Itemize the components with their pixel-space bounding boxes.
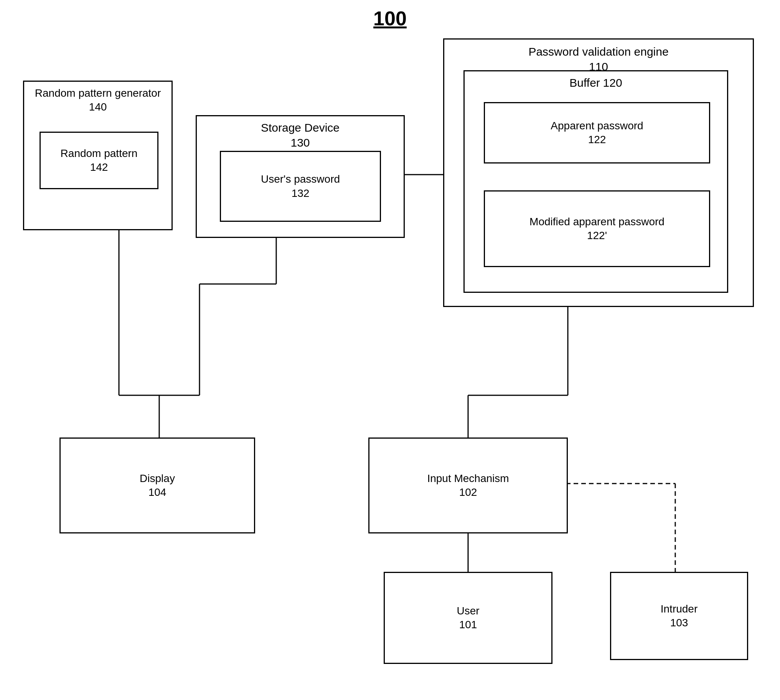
pve-label: Password validation engine (528, 45, 669, 58)
up-label: User's password (261, 172, 340, 186)
diagram: 100 Password validation engine 110 (0, 0, 780, 700)
im-label: Input Mechanism (427, 472, 509, 485)
buffer-label: Buffer (569, 77, 600, 89)
rp-number: 142 (90, 160, 108, 174)
ap-label: Apparent password (550, 119, 643, 133)
rpg-number: 140 (89, 101, 107, 113)
random-pattern-box: Random pattern 142 (40, 132, 158, 189)
storage-device-box: Storage Device 130 User's password 132 (196, 115, 405, 238)
diagram-title: 100 (373, 7, 407, 30)
password-validation-engine-box: Password validation engine 110 Buffer 12… (443, 38, 754, 307)
modified-apparent-password-box: Modified apparent password 122' (484, 190, 710, 267)
display-box: Display 104 (60, 438, 255, 533)
intruder-label: Intruder (661, 602, 698, 616)
users-password-box: User's password 132 (220, 151, 381, 222)
random-pattern-generator-box: Random pattern generator 140 Random patt… (23, 81, 173, 230)
input-mechanism-box: Input Mechanism 102 (368, 438, 568, 533)
display-label: Display (140, 472, 175, 485)
buffer-box: Buffer 120 Apparent password 122 Modifie… (464, 70, 728, 293)
ap-number: 122 (588, 133, 606, 147)
intruder-box: Intruder 103 (610, 572, 748, 660)
apparent-password-box: Apparent password 122 (484, 102, 710, 163)
sd-number: 130 (291, 136, 309, 149)
rp-label: Random pattern (61, 147, 138, 160)
map-number: 122' (587, 229, 607, 243)
im-number: 102 (459, 485, 477, 499)
map-label: Modified apparent password (529, 215, 665, 229)
sd-label: Storage Device (261, 121, 339, 134)
user-number: 101 (459, 618, 477, 632)
display-number: 104 (148, 485, 166, 499)
intruder-number: 103 (670, 616, 688, 630)
rpg-label: Random pattern generator (35, 87, 161, 99)
buffer-number: 120 (603, 77, 622, 89)
user-box: User 101 (384, 572, 552, 664)
up-number: 132 (292, 187, 309, 200)
user-label: User (457, 604, 479, 618)
